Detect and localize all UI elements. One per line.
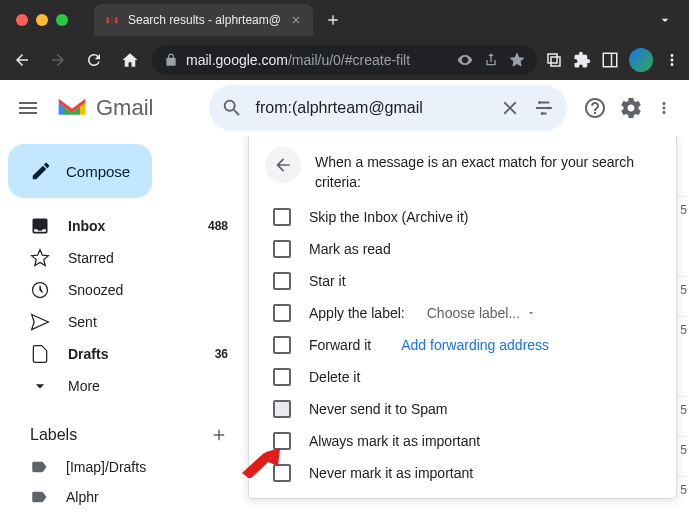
gmail-logo[interactable]: Gmail (56, 95, 153, 121)
gmail-logo-icon (56, 96, 88, 120)
settings-button[interactable] (619, 96, 643, 120)
pencil-icon (30, 160, 52, 182)
send-icon (30, 312, 50, 332)
gmail-favicon-icon (104, 12, 120, 28)
sidebar-item-sent[interactable]: Sent (8, 306, 240, 338)
tab-title: Search results - alphrteam@ (128, 13, 281, 27)
clock-icon (30, 280, 50, 300)
tabs-icon[interactable] (545, 51, 563, 69)
filter-back-button[interactable] (265, 147, 301, 183)
sidebar-item-label: Drafts (68, 346, 197, 362)
sidebar-item-label: Starred (68, 250, 228, 266)
label-item-imap-drafts[interactable]: [Imap]/Drafts (30, 452, 228, 482)
filter-option-mark-read[interactable]: Mark as read (273, 240, 660, 258)
sidebar-item-starred[interactable]: Starred (8, 242, 240, 274)
tab-dropdown-button[interactable] (649, 12, 681, 28)
choose-label-dropdown[interactable]: Choose label... (427, 305, 536, 321)
filter-option-star[interactable]: Star it (273, 272, 660, 290)
checkbox[interactable] (273, 336, 291, 354)
share-icon[interactable] (483, 52, 499, 68)
add-label-button[interactable] (210, 426, 228, 444)
eye-icon[interactable] (457, 52, 473, 68)
search-input[interactable]: from:(alphrteam@gmail (255, 99, 487, 117)
browser-menu-icon[interactable] (663, 51, 681, 69)
main-menu-button[interactable] (16, 96, 40, 120)
label-text: [Imap]/Drafts (66, 459, 146, 475)
forward-button[interactable] (44, 46, 72, 74)
reload-button[interactable] (80, 46, 108, 74)
sidebar-item-drafts[interactable]: Drafts 36 (8, 338, 240, 370)
extensions-icon[interactable] (573, 51, 591, 69)
svg-point-4 (538, 101, 541, 104)
sidebar-item-label: Snoozed (68, 282, 228, 298)
help-button[interactable] (583, 96, 607, 120)
search-options-button[interactable] (533, 97, 555, 119)
svg-point-5 (547, 107, 550, 110)
chevron-down-icon (30, 376, 50, 396)
url-text: mail.google.com/mail/u/0/#create-filt (186, 52, 449, 68)
search-box[interactable]: from:(alphrteam@gmail (209, 85, 567, 131)
gmail-logo-text: Gmail (96, 95, 153, 121)
filter-option-apply-label[interactable]: Apply the label: Choose label... (273, 304, 660, 322)
more-menu-icon[interactable] (655, 96, 673, 120)
tab-close-button[interactable] (289, 13, 303, 27)
home-button[interactable] (116, 46, 144, 74)
checkbox[interactable] (273, 368, 291, 386)
star-icon[interactable] (509, 52, 525, 68)
chevron-down-icon (526, 308, 536, 318)
address-bar[interactable]: mail.google.com/mail/u/0/#create-filt (152, 45, 537, 75)
sidebar-item-label: Inbox (68, 218, 190, 234)
checkbox[interactable] (273, 400, 291, 418)
add-forwarding-link[interactable]: Add forwarding address (401, 337, 549, 353)
filter-option-always-important[interactable]: Always mark it as important (273, 432, 660, 450)
checkbox[interactable] (273, 240, 291, 258)
filter-option-forward[interactable]: Forward it Add forwarding address (273, 336, 660, 354)
label-icon (30, 488, 48, 506)
window-close-button[interactable] (16, 14, 28, 26)
new-tab-button[interactable] (319, 6, 347, 34)
checkbox[interactable] (273, 208, 291, 226)
window-minimize-button[interactable] (36, 14, 48, 26)
label-icon (30, 458, 48, 476)
filter-option-delete[interactable]: Delete it (273, 368, 660, 386)
inbox-count: 488 (208, 219, 228, 233)
filter-option-never-important[interactable]: Never mark it as important (273, 464, 660, 482)
draft-icon (30, 344, 50, 364)
filter-option-never-spam[interactable]: Never send it to Spam (273, 400, 660, 418)
svg-rect-1 (551, 57, 560, 66)
sidebar-item-snoozed[interactable]: Snoozed (8, 274, 240, 306)
inbox-icon (30, 216, 50, 236)
filter-option-skip-inbox[interactable]: Skip the Inbox (Archive it) (273, 208, 660, 226)
label-item-alphr[interactable]: Alphr (30, 482, 228, 512)
create-filter-panel: When a message is an exact match for you… (248, 136, 677, 499)
sidepanel-icon[interactable] (601, 51, 619, 69)
profile-avatar[interactable] (629, 48, 653, 72)
sidebar-item-label: Sent (68, 314, 228, 330)
labels-header: Labels (30, 426, 77, 444)
label-text: Alphr (66, 489, 99, 505)
svg-rect-2 (603, 53, 617, 67)
star-icon (30, 248, 50, 268)
sidebar-item-label: More (68, 378, 228, 394)
drafts-count: 36 (215, 347, 228, 361)
filter-prompt: When a message is an exact match for you… (315, 147, 660, 192)
compose-label: Compose (66, 163, 130, 180)
checkbox[interactable] (273, 304, 291, 322)
annotation-arrow-icon (242, 448, 282, 478)
back-button[interactable] (8, 46, 36, 74)
lock-icon (164, 53, 178, 67)
search-icon (221, 97, 243, 119)
compose-button[interactable]: Compose (8, 144, 152, 198)
svg-point-6 (541, 112, 544, 115)
svg-rect-0 (548, 54, 557, 63)
clear-search-button[interactable] (499, 97, 521, 119)
checkbox[interactable] (273, 272, 291, 290)
sidebar-item-more[interactable]: More (8, 370, 240, 402)
sidebar-item-inbox[interactable]: Inbox 488 (8, 210, 240, 242)
window-maximize-button[interactable] (56, 14, 68, 26)
browser-tab[interactable]: Search results - alphrteam@ (94, 4, 313, 36)
